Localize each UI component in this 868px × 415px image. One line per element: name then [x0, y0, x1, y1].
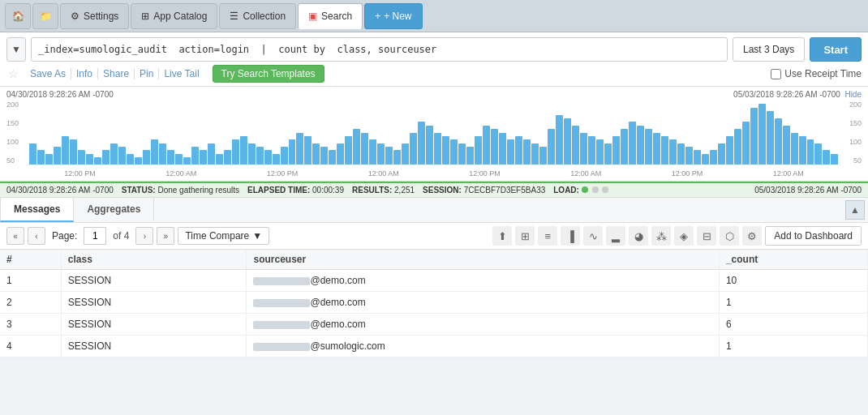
cell-class: SESSION: [61, 270, 247, 292]
page-number-input[interactable]: [84, 227, 106, 245]
time-compare-label: Time Compare: [185, 230, 249, 242]
collection-icon: ☰: [230, 11, 238, 22]
chart-bar: [385, 147, 393, 165]
chart-bar: [312, 143, 320, 165]
chart-bar: [458, 143, 466, 165]
plus-icon: +: [375, 11, 380, 22]
results-table: # class sourceuser _count 1 SESSION @dem…: [0, 250, 868, 357]
tab-appcatalog[interactable]: ⊞ App Catalog: [131, 3, 217, 29]
chart-bar: [45, 154, 53, 165]
chart-bar: [224, 150, 231, 165]
bar-chart-icon-button[interactable]: ▐: [561, 226, 580, 246]
chart-bar: [110, 143, 118, 165]
chart-bar: [248, 143, 256, 165]
chart-bar: [135, 157, 142, 165]
chart-bar: [653, 133, 660, 165]
chart-bar: [823, 150, 830, 165]
chart-bar: [29, 143, 37, 165]
line-chart-icon-button[interactable]: ∿: [583, 226, 603, 246]
tab-settings[interactable]: ⚙ Settings: [60, 3, 129, 29]
add-to-dashboard-button[interactable]: Add to Dashboard: [765, 226, 862, 246]
chart-bar: [175, 154, 183, 165]
search-row: ▼ Last 3 Days Start: [6, 37, 862, 62]
chart-bar: [604, 143, 612, 165]
scatter-icon-button[interactable]: ⁂: [651, 226, 671, 246]
chart-bar: [523, 139, 531, 165]
time-compare-button[interactable]: Time Compare ▼: [178, 227, 269, 245]
chart-bar: [208, 143, 215, 165]
table-icon-button[interactable]: ⊞: [515, 226, 535, 246]
new-button[interactable]: + + New: [364, 3, 422, 29]
chart-bar: [694, 150, 701, 165]
cell-count: 6: [719, 314, 867, 336]
save-as-link[interactable]: Save As: [25, 68, 71, 79]
status-item-status: STATUS: Done gathering results: [122, 186, 239, 195]
chart-bar: [143, 150, 150, 165]
prev-page-button[interactable]: ‹: [28, 227, 45, 245]
tab-collection[interactable]: ☰ Collection: [219, 3, 296, 29]
export-icon-button[interactable]: ⬆: [492, 226, 512, 246]
chart-bar: [629, 122, 636, 165]
tab-search[interactable]: ▣ Search: [298, 3, 363, 29]
chart-bar: [507, 139, 514, 165]
chart-bar: [814, 143, 822, 165]
chart-bar: [94, 157, 101, 165]
chart-bar: [200, 150, 207, 165]
search-input[interactable]: [31, 37, 728, 62]
chart-bar: [402, 143, 409, 165]
next-page-button[interactable]: ›: [135, 227, 153, 245]
last-page-button[interactable]: »: [157, 227, 174, 245]
search-dropdown-button[interactable]: ▼: [6, 37, 26, 62]
chart-bar: [167, 150, 174, 165]
chart-bar: [596, 139, 604, 165]
chart-bar: [320, 147, 328, 165]
cell-num: 1: [0, 270, 61, 292]
collapse-button[interactable]: ▲: [845, 200, 865, 220]
chart-bar: [758, 104, 766, 165]
try-templates-button[interactable]: Try Search Templates: [213, 65, 324, 83]
use-receipt-checkbox[interactable]: [771, 69, 781, 79]
col-header-count: _count: [719, 250, 867, 270]
chart-x-axis: 12:00 PM 12:00 AM 12:00 PM 12:00 AM 12:0…: [29, 169, 839, 178]
chart-bar: [418, 122, 425, 165]
area-chart-icon-button[interactable]: ▂: [606, 226, 625, 246]
map-icon-button[interactable]: ◈: [674, 226, 694, 246]
tab-aggregates[interactable]: Aggregates: [74, 198, 154, 222]
chart-bar: [556, 115, 563, 165]
tab-search-label: Search: [321, 11, 352, 22]
single-value-icon-button[interactable]: ⊟: [697, 226, 716, 246]
time-range-button[interactable]: Last 3 Days: [733, 37, 805, 62]
chart-bar: [264, 150, 272, 165]
share-link[interactable]: Share: [98, 68, 135, 79]
chart-timestamps: 04/30/2018 9:28:26 AM -0700 05/03/2018 9…: [6, 90, 862, 99]
settings-icon-button[interactable]: ⚙: [742, 226, 762, 246]
start-button[interactable]: Start: [810, 37, 862, 62]
files-button[interactable]: 📁: [32, 3, 58, 29]
load-dot-gray1: [592, 186, 599, 193]
table-row: 3 SESSION @demo.com 6: [0, 314, 868, 336]
first-page-button[interactable]: «: [6, 227, 24, 245]
cell-class: SESSION: [61, 336, 247, 357]
columns-icon-button[interactable]: ≡: [538, 226, 557, 246]
chart-y-axis-left: 200 150 100 50: [6, 101, 29, 165]
favorite-icon[interactable]: ☆: [8, 67, 19, 80]
chart-bar: [256, 147, 264, 165]
chart-bar: [216, 154, 223, 165]
chart-bar: [750, 108, 758, 165]
chart-area: 04/30/2018 9:28:26 AM -0700 05/03/2018 9…: [0, 87, 868, 182]
chart-bars: [29, 101, 839, 165]
chart-bar: [685, 147, 693, 165]
info-link[interactable]: Info: [71, 68, 98, 79]
pin-link[interactable]: Pin: [135, 68, 159, 79]
pie-chart-icon-button[interactable]: ◕: [629, 226, 648, 246]
hide-chart-link[interactable]: Hide: [844, 90, 862, 99]
live-tail-link[interactable]: Live Tail: [159, 68, 204, 79]
home-button[interactable]: 🏠: [5, 3, 31, 29]
chart-bar: [450, 139, 458, 165]
chart-bar: [831, 154, 838, 165]
cell-num: 3: [0, 314, 61, 336]
tab-messages[interactable]: Messages: [0, 198, 74, 222]
new-label: + New: [384, 11, 411, 22]
honeycomb-icon-button[interactable]: ⬡: [720, 226, 739, 246]
chart-bar: [734, 129, 741, 165]
